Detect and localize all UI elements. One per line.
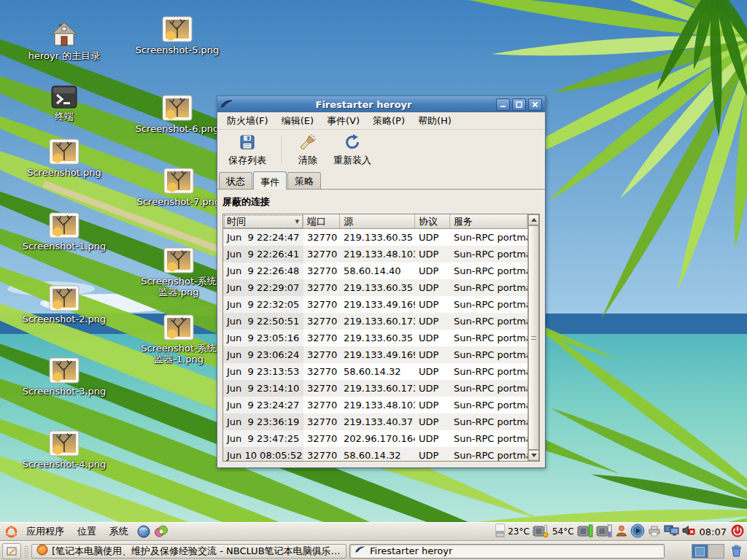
scroll-up-button[interactable] (528, 214, 539, 225)
desktop-icon-label: Screenshot-4.png (22, 459, 107, 470)
table-row[interactable]: Jun 9 22:32:0532770219.133.49.169UDPSun-… (223, 296, 527, 313)
table-cell: 32770 (303, 299, 340, 310)
close-button[interactable] (528, 98, 542, 111)
cpufreq-applet-icon[interactable] (495, 524, 505, 540)
gpu-temp-label: 54°C (551, 526, 575, 537)
taskbar-button-firestarter[interactable]: Firestarter heroyr (349, 544, 665, 559)
menu-firewall[interactable]: 防火墙(F) (220, 113, 275, 129)
chip-cpu-usage-icon[interactable] (577, 524, 594, 540)
table-row[interactable]: Jun 9 23:05:1632770219.133.60.35UDPSun-R… (223, 330, 527, 346)
taskbar-button-label: [笔记本电脑使用、维护及保修经验交流 - NBCLUB笔记本电脑俱乐部… (52, 545, 341, 558)
table-cell: Jun 9 22:50:51 (223, 313, 303, 330)
desktop-icon-5[interactable]: Screenshot-7.png (136, 165, 221, 208)
window-title: Firestarter heroyr (233, 99, 494, 110)
table-cell: Jun 9 23:06:24 (223, 346, 303, 363)
table-row[interactable]: Jun 9 23:47:2532770202.96.170.164UDPSun-… (223, 430, 527, 447)
trash-applet[interactable] (727, 544, 745, 558)
image-file-icon (161, 93, 193, 122)
scrollbar-thumb[interactable] (528, 225, 539, 450)
column-header-time[interactable]: 时间 ▾ (223, 214, 303, 229)
scroll-down-button[interactable] (528, 450, 539, 461)
desktop-icon-7[interactable]: Screenshot-系统监器.png (136, 244, 221, 298)
places-menu[interactable]: 位置 (71, 523, 102, 540)
media-player-icon[interactable] (630, 524, 645, 540)
desktop-icon-10[interactable]: Screenshot-3.png (22, 354, 107, 397)
firestarter-window: Firestarter heroyr 防火墙(F) 编辑(E) 事件(V) 策略… (217, 96, 546, 468)
desktop-icon-label: Screenshot-7.png (136, 197, 221, 208)
table-row[interactable]: Jun 9 23:13:533277058.60.14.32UDPSun-RPC… (223, 363, 527, 380)
table-row[interactable]: Jun 9 22:24:4732770219.133.60.35UDPSun-R… (223, 229, 527, 246)
reload-button[interactable]: 重新装入 (327, 131, 378, 169)
table-row[interactable]: Jun 9 23:36:1932770219.133.40.37UDPSun-R… (223, 413, 527, 430)
chip-memory-icon[interactable] (596, 524, 613, 540)
desktop-icon-3[interactable]: Screenshot-6.png (135, 92, 220, 135)
desktop-icon-2[interactable]: 终端 (22, 79, 107, 122)
clear-button[interactable]: 清除 (292, 131, 324, 169)
time-header-label: 时间 (227, 215, 246, 228)
table-cell: Jun 9 22:29:07 (223, 279, 303, 296)
column-header-source[interactable]: 源 (340, 214, 415, 229)
printer-icon[interactable] (647, 524, 662, 539)
table-cell: 219.133.48.103 (340, 400, 415, 411)
table-row[interactable]: Jun 9 22:26:483277058.60.14.40UDPSun-RPC… (223, 262, 527, 279)
panel-drag-handle[interactable] (24, 545, 28, 558)
menu-events[interactable]: 事件(V) (320, 113, 366, 129)
graphics-launcher-icon[interactable] (153, 524, 169, 540)
network-monitor-icon[interactable] (664, 524, 679, 539)
table-cell: Sun-RPC portmap (450, 316, 527, 327)
desktop-icon-4[interactable]: Screenshot.png (22, 136, 107, 179)
volume-muted-icon[interactable] (681, 524, 695, 539)
column-header-protocol[interactable]: 协议 (415, 214, 450, 229)
tab-status[interactable]: 状态 (219, 172, 252, 189)
table-row[interactable]: Jun 9 23:24:2732770219.133.48.103UDPSun-… (223, 397, 527, 413)
show-desktop-button[interactable] (2, 543, 21, 559)
ubuntu-menu-icon[interactable] (3, 524, 19, 540)
table-cell: Sun-RPC portmap (450, 332, 527, 343)
table-cell: 32770 (303, 383, 340, 394)
image-file-icon (48, 137, 80, 166)
table-cell: 58.60.14.32 (340, 366, 415, 377)
desktop-icon-11[interactable]: Screenshot-4.png (22, 427, 107, 470)
desktop-icon-0[interactable]: heroyr 的主目录 (22, 19, 107, 62)
table-row[interactable]: Jun 9 22:29:0732770219.133.60.35UDPSun-R… (223, 279, 527, 296)
browser-launcher-icon[interactable] (136, 524, 152, 540)
chip-thermometer-icon[interactable] (533, 524, 549, 540)
user-applet-icon[interactable] (615, 524, 628, 540)
column-header-service[interactable]: 服务 (450, 214, 527, 229)
menu-edit[interactable]: 编辑(E) (275, 113, 320, 129)
system-menu[interactable]: 系统 (104, 523, 134, 540)
tab-policy[interactable]: 策略 (287, 172, 321, 189)
table-row[interactable]: Jun 9 22:50:5132770219.133.60.173UDPSun-… (223, 313, 527, 330)
column-header-port[interactable]: 端口 (303, 214, 340, 229)
taskbar-button-firefox[interactable]: [笔记本电脑使用、维护及保修经验交流 - NBCLUB笔记本电脑俱乐部… (31, 544, 347, 559)
clear-icon (299, 133, 317, 153)
desktop-icon-1[interactable]: Screenshot-5.png (135, 13, 220, 56)
tab-events[interactable]: 事件 (253, 171, 287, 190)
table-cell: Jun 9 22:32:05 (223, 296, 303, 313)
save-list-label: 保存列表 (228, 154, 266, 167)
applications-menu[interactable]: 应用程序 (20, 523, 70, 540)
table-row[interactable]: Jun 10 08:05:523277058.60.14.32UDPSun-RP… (223, 447, 527, 461)
save-list-button[interactable]: 保存列表 (222, 131, 273, 169)
minimize-button[interactable] (496, 98, 510, 111)
desktop-icon-8[interactable]: Screenshot-2.png (22, 282, 107, 325)
vertical-scrollbar[interactable] (527, 214, 539, 461)
image-file-icon (161, 15, 193, 44)
table-row[interactable]: Jun 9 23:06:2432770219.133.49.169UDPSun-… (223, 346, 527, 363)
power-button-icon[interactable] (731, 524, 744, 540)
reload-icon (344, 133, 361, 153)
maximize-button[interactable] (512, 98, 526, 111)
table-row[interactable]: Jun 9 23:14:1032770219.133.60.173UDPSun-… (223, 380, 527, 397)
desktop-icon-9[interactable]: Screenshot-系统监器-1.png (136, 311, 221, 365)
table-cell: 32770 (303, 316, 340, 327)
titlebar[interactable]: Firestarter heroyr (217, 96, 545, 112)
desktop: heroyr 的主目录Screenshot-5.png终端Screenshot-… (0, 0, 747, 560)
workspace-2[interactable] (708, 545, 724, 558)
table-cell: 32770 (303, 416, 340, 427)
workspace-1[interactable] (692, 545, 708, 558)
menu-policy[interactable]: 策略(P) (366, 113, 411, 129)
clock-label[interactable]: 08:07 (697, 526, 729, 537)
table-row[interactable]: Jun 9 22:26:4132770219.133.48.103UDPSun-… (223, 246, 527, 262)
menu-help[interactable]: 帮助(H) (411, 113, 458, 129)
desktop-icon-6[interactable]: Screenshot-1.png (22, 209, 107, 252)
